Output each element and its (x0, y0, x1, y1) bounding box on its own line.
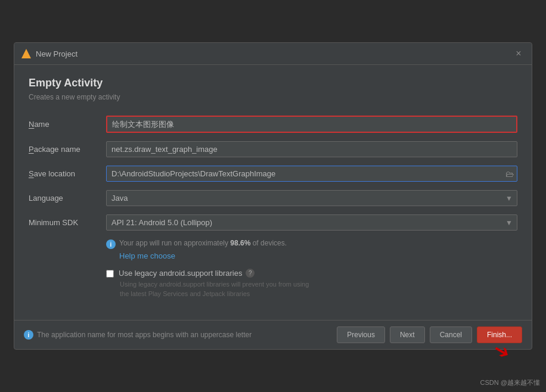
min-sdk-label: Minimum SDK (29, 218, 106, 227)
name-input[interactable] (106, 116, 517, 133)
language-field-wrapper: Java Kotlin ▼ (106, 190, 517, 206)
save-location-label: Save location (29, 169, 106, 178)
min-sdk-row: Minimum SDK API 21: Android 5.0 (Lollipo… (29, 214, 517, 231)
folder-icon[interactable]: 🗁 (505, 169, 514, 179)
package-label: Package name (29, 145, 106, 154)
checkbox-description: Using legacy android.support libraries w… (120, 280, 517, 298)
next-button[interactable]: Next (390, 326, 425, 343)
min-sdk-select[interactable]: API 21: Android 5.0 (Lollipop) API 23: A… (106, 214, 517, 231)
footer-info-icon: i (24, 330, 33, 340)
legacy-checkbox[interactable] (106, 270, 114, 278)
language-label: Language (29, 194, 106, 203)
language-select[interactable]: Java Kotlin (106, 190, 517, 206)
dialog-wrapper: New Project × Empty Activity Creates a n… (0, 0, 546, 392)
legacy-checkbox-row: Use legacy android.support libraries ? (106, 269, 517, 278)
previous-button[interactable]: Previous (337, 326, 385, 343)
cancel-button[interactable]: Cancel (430, 326, 472, 343)
new-project-dialog: New Project × Empty Activity Creates a n… (14, 42, 532, 350)
package-input[interactable] (106, 141, 517, 157)
min-sdk-field-wrapper: API 21: Android 5.0 (Lollipop) API 23: A… (106, 214, 517, 231)
save-location-input[interactable] (106, 166, 517, 182)
save-location-row: Save location 🗁 (29, 166, 517, 182)
section-subtitle: Creates a new empty activity (29, 93, 517, 101)
footer-info-text: The application name for most apps begin… (37, 331, 252, 339)
name-label: Name (29, 120, 106, 129)
title-bar: New Project × (14, 43, 532, 65)
language-row: Language Java Kotlin ▼ (29, 190, 517, 206)
dialog-footer: i The application name for most apps beg… (14, 320, 532, 349)
legacy-checkbox-label[interactable]: Use legacy android.support libraries ? (119, 269, 255, 278)
device-info-text: Your app will run on approximately 98.6%… (119, 239, 287, 247)
close-button[interactable]: × (513, 48, 525, 60)
info-icon: i (106, 239, 116, 249)
help-link-wrapper: Help me choose (119, 251, 517, 260)
name-field-wrapper (106, 116, 517, 133)
help-tooltip-icon[interactable]: ? (246, 269, 255, 278)
device-info-row: i Your app will run on approximately 98.… (106, 239, 517, 249)
footer-buttons: Previous Next Cancel Finish... (337, 326, 522, 343)
package-field-wrapper (106, 141, 517, 157)
finish-button[interactable]: Finish... (477, 326, 522, 343)
watermark: CSDN @越来越不懂 (480, 378, 540, 387)
dialog-title: New Project (36, 49, 77, 58)
device-info-section: i Your app will run on approximately 98.… (106, 239, 517, 260)
dialog-body: Empty Activity Creates a new empty activ… (14, 65, 532, 320)
package-row: Package name (29, 141, 517, 157)
title-bar-left: New Project (21, 49, 77, 58)
save-location-field-wrapper: 🗁 (106, 166, 517, 182)
footer-info: i The application name for most apps beg… (24, 329, 252, 340)
section-title: Empty Activity (29, 77, 517, 89)
name-row: Name (29, 116, 517, 133)
app-icon (21, 49, 31, 58)
help-me-choose-link[interactable]: Help me choose (119, 251, 175, 260)
